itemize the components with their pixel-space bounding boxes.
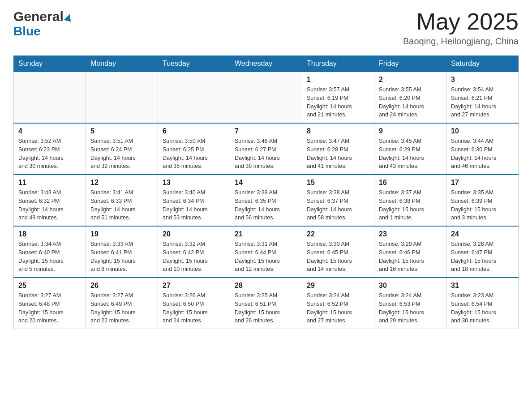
day-number: 30	[379, 282, 442, 290]
day-number: 21	[235, 230, 297, 238]
day-info: Sunrise: 3:27 AM Sunset: 6:49 PM Dayligh…	[90, 291, 153, 325]
weekday-header-saturday: Saturday	[446, 56, 519, 72]
calendar-week-row-3: 11Sunrise: 3:43 AM Sunset: 6:32 PM Dayli…	[14, 175, 519, 226]
calendar-week-row-2: 4Sunrise: 3:52 AM Sunset: 6:23 PM Daylig…	[14, 123, 519, 175]
day-number: 13	[163, 179, 225, 187]
calendar-cell-week3-day3: 13Sunrise: 3:40 AM Sunset: 6:34 PM Dayli…	[158, 175, 230, 226]
calendar-cell-week3-day5: 15Sunrise: 3:38 AM Sunset: 6:37 PM Dayli…	[302, 175, 374, 226]
day-info: Sunrise: 3:24 AM Sunset: 6:53 PM Dayligh…	[379, 291, 442, 325]
weekday-header-wednesday: Wednesday	[230, 56, 302, 72]
day-number: 16	[379, 179, 442, 187]
day-info: Sunrise: 3:31 AM Sunset: 6:44 PM Dayligh…	[235, 240, 297, 274]
weekday-header-monday: Monday	[86, 56, 158, 72]
day-info: Sunrise: 3:35 AM Sunset: 6:39 PM Dayligh…	[451, 188, 514, 222]
day-number: 9	[379, 127, 442, 135]
calendar-cell-week5-day6: 30Sunrise: 3:24 AM Sunset: 6:53 PM Dayli…	[374, 278, 446, 329]
weekday-header-sunday: Sunday	[14, 56, 86, 72]
day-number: 7	[235, 127, 297, 135]
day-number: 29	[307, 282, 369, 290]
day-info: Sunrise: 3:40 AM Sunset: 6:34 PM Dayligh…	[163, 188, 225, 222]
calendar-cell-week2-day6: 9Sunrise: 3:45 AM Sunset: 6:29 PM Daylig…	[374, 123, 446, 175]
calendar-cell-week1-day7: 3Sunrise: 3:54 AM Sunset: 6:21 PM Daylig…	[446, 72, 519, 123]
calendar-cell-week4-day2: 19Sunrise: 3:33 AM Sunset: 6:41 PM Dayli…	[86, 226, 158, 278]
calendar-cell-week4-day5: 22Sunrise: 3:30 AM Sunset: 6:45 PM Dayli…	[302, 226, 374, 278]
calendar-cell-week5-day2: 26Sunrise: 3:27 AM Sunset: 6:49 PM Dayli…	[86, 278, 158, 329]
day-info: Sunrise: 3:37 AM Sunset: 6:38 PM Dayligh…	[379, 188, 442, 222]
calendar-cell-week2-day1: 4Sunrise: 3:52 AM Sunset: 6:23 PM Daylig…	[14, 123, 86, 175]
weekday-header-thursday: Thursday	[302, 56, 374, 72]
day-number: 19	[90, 230, 153, 238]
day-number: 17	[451, 179, 514, 187]
day-info: Sunrise: 3:57 AM Sunset: 6:19 PM Dayligh…	[307, 86, 369, 119]
day-number: 2	[379, 76, 442, 84]
day-info: Sunrise: 3:44 AM Sunset: 6:30 PM Dayligh…	[451, 137, 514, 171]
day-info: Sunrise: 3:32 AM Sunset: 6:42 PM Dayligh…	[163, 240, 225, 274]
logo-blue-text: Blue	[13, 24, 41, 39]
day-number: 3	[451, 76, 514, 84]
calendar-cell-week1-day2	[86, 72, 158, 123]
month-year-title: May 2025	[403, 9, 519, 34]
calendar-cell-week5-day1: 25Sunrise: 3:27 AM Sunset: 6:48 PM Dayli…	[14, 278, 86, 329]
calendar-table: SundayMondayTuesdayWednesdayThursdayFrid…	[13, 56, 519, 329]
location-subtitle: Baoqing, Heilongjiang, China	[403, 36, 519, 47]
calendar-cell-week4-day7: 24Sunrise: 3:28 AM Sunset: 6:47 PM Dayli…	[446, 226, 519, 278]
day-number: 22	[307, 230, 369, 238]
calendar-cell-week2-day7: 10Sunrise: 3:44 AM Sunset: 6:30 PM Dayli…	[446, 123, 519, 175]
day-number: 25	[18, 282, 81, 290]
day-number: 18	[18, 230, 81, 238]
day-info: Sunrise: 3:54 AM Sunset: 6:21 PM Dayligh…	[451, 86, 514, 119]
calendar-cell-week5-day4: 28Sunrise: 3:25 AM Sunset: 6:51 PM Dayli…	[230, 278, 302, 329]
day-number: 8	[307, 127, 369, 135]
calendar-cell-week2-day4: 7Sunrise: 3:48 AM Sunset: 6:27 PM Daylig…	[230, 123, 302, 175]
calendar-cell-week2-day3: 6Sunrise: 3:50 AM Sunset: 6:25 PM Daylig…	[158, 123, 230, 175]
day-number: 12	[90, 179, 153, 187]
calendar-cell-week2-day2: 5Sunrise: 3:51 AM Sunset: 6:24 PM Daylig…	[86, 123, 158, 175]
day-info: Sunrise: 3:52 AM Sunset: 6:23 PM Dayligh…	[18, 137, 81, 171]
calendar-cell-week3-day1: 11Sunrise: 3:43 AM Sunset: 6:32 PM Dayli…	[14, 175, 86, 226]
day-info: Sunrise: 3:29 AM Sunset: 6:46 PM Dayligh…	[379, 240, 442, 274]
calendar-cell-week5-day3: 27Sunrise: 3:26 AM Sunset: 6:50 PM Dayli…	[158, 278, 230, 329]
day-number: 1	[307, 76, 369, 84]
day-info: Sunrise: 3:51 AM Sunset: 6:24 PM Dayligh…	[90, 137, 153, 171]
day-info: Sunrise: 3:23 AM Sunset: 6:54 PM Dayligh…	[451, 291, 514, 325]
day-number: 14	[235, 179, 297, 187]
calendar-cell-week4-day4: 21Sunrise: 3:31 AM Sunset: 6:44 PM Dayli…	[230, 226, 302, 278]
day-info: Sunrise: 3:34 AM Sunset: 6:40 PM Dayligh…	[18, 240, 81, 274]
day-number: 5	[90, 127, 153, 135]
calendar-cell-week3-day4: 14Sunrise: 3:39 AM Sunset: 6:35 PM Dayli…	[230, 175, 302, 226]
day-info: Sunrise: 3:50 AM Sunset: 6:25 PM Dayligh…	[163, 137, 225, 171]
day-number: 4	[18, 127, 81, 135]
calendar-cell-week1-day5: 1Sunrise: 3:57 AM Sunset: 6:19 PM Daylig…	[302, 72, 374, 123]
day-info: Sunrise: 3:48 AM Sunset: 6:27 PM Dayligh…	[235, 137, 297, 171]
calendar-cell-week3-day6: 16Sunrise: 3:37 AM Sunset: 6:38 PM Dayli…	[374, 175, 446, 226]
day-number: 24	[451, 230, 514, 238]
day-number: 11	[18, 179, 81, 187]
day-info: Sunrise: 3:26 AM Sunset: 6:50 PM Dayligh…	[163, 291, 225, 325]
day-info: Sunrise: 3:24 AM Sunset: 6:52 PM Dayligh…	[307, 291, 369, 325]
logo-general-text: General	[13, 9, 64, 24]
page-header: General Blue May 2025 Baoqing, Heilongji…	[13, 9, 519, 47]
calendar-cell-week3-day2: 12Sunrise: 3:41 AM Sunset: 6:33 PM Dayli…	[86, 175, 158, 226]
day-number: 31	[451, 282, 514, 290]
day-number: 26	[90, 282, 153, 290]
day-info: Sunrise: 3:28 AM Sunset: 6:47 PM Dayligh…	[451, 240, 514, 274]
calendar-cell-week1-day4	[230, 72, 302, 123]
day-info: Sunrise: 3:27 AM Sunset: 6:48 PM Dayligh…	[18, 291, 81, 325]
day-number: 10	[451, 127, 514, 135]
calendar-cell-week5-day5: 29Sunrise: 3:24 AM Sunset: 6:52 PM Dayli…	[302, 278, 374, 329]
day-info: Sunrise: 3:41 AM Sunset: 6:33 PM Dayligh…	[90, 188, 153, 222]
day-info: Sunrise: 3:33 AM Sunset: 6:41 PM Dayligh…	[90, 240, 153, 274]
day-info: Sunrise: 3:39 AM Sunset: 6:35 PM Dayligh…	[235, 188, 297, 222]
day-info: Sunrise: 3:47 AM Sunset: 6:28 PM Dayligh…	[307, 137, 369, 171]
calendar-week-row-1: 1Sunrise: 3:57 AM Sunset: 6:19 PM Daylig…	[14, 72, 519, 123]
calendar-cell-week4-day6: 23Sunrise: 3:29 AM Sunset: 6:46 PM Dayli…	[374, 226, 446, 278]
day-info: Sunrise: 3:45 AM Sunset: 6:29 PM Dayligh…	[379, 137, 442, 171]
calendar-cell-week2-day5: 8Sunrise: 3:47 AM Sunset: 6:28 PM Daylig…	[302, 123, 374, 175]
day-number: 23	[379, 230, 442, 238]
day-number: 15	[307, 179, 369, 187]
calendar-cell-week1-day6: 2Sunrise: 3:55 AM Sunset: 6:20 PM Daylig…	[374, 72, 446, 123]
title-section: May 2025 Baoqing, Heilongjiang, China	[403, 9, 519, 47]
day-number: 28	[235, 282, 297, 290]
calendar-cell-week4-day1: 18Sunrise: 3:34 AM Sunset: 6:40 PM Dayli…	[14, 226, 86, 278]
day-number: 27	[163, 282, 225, 290]
